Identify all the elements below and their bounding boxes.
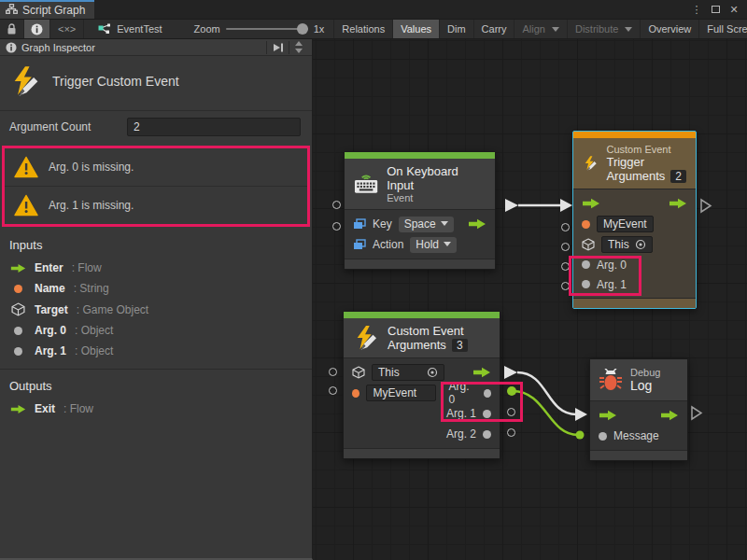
connection-arrowhead xyxy=(575,408,587,421)
port-keyboard-key[interactable] xyxy=(332,201,341,209)
flow-output-port[interactable] xyxy=(669,198,687,209)
target-field[interactable]: This xyxy=(601,236,653,253)
flow-continuation-icon xyxy=(701,200,711,212)
node-footer xyxy=(590,450,687,460)
node-footer xyxy=(345,259,495,269)
input-row-enter: EnterFlow xyxy=(0,258,312,278)
port-type: Game Object xyxy=(77,303,148,316)
output-row-exit: ExitFlow xyxy=(0,399,312,419)
action-dropdown[interactable]: Hold xyxy=(410,237,457,253)
node-subtitle: Custom Event xyxy=(606,144,686,155)
window-controls: ⋮ ✕ xyxy=(689,0,747,19)
graph-breadcrumb[interactable]: EventTest xyxy=(84,20,171,38)
value-port-icon[interactable] xyxy=(599,432,607,441)
port-type: Flow xyxy=(63,402,93,415)
string-port-icon[interactable] xyxy=(352,389,359,398)
node-debug-log[interactable]: Debug Log Message xyxy=(589,358,688,461)
argument-count-label: Argument Count xyxy=(9,120,120,133)
zoom-slider[interactable] xyxy=(226,28,308,30)
lock-button[interactable] xyxy=(0,20,24,38)
cube-icon[interactable] xyxy=(582,238,595,251)
inspector-title: Graph Inspector xyxy=(21,42,95,53)
argument-count-badge: 2 xyxy=(670,170,686,183)
distribute-button[interactable]: Distribute xyxy=(568,20,641,38)
graph-inspector-panel: Graph Inspector Trigger C xyxy=(0,39,313,560)
node-on-keyboard-input[interactable]: On Keyboard Input Event Key Space Acti xyxy=(344,151,496,270)
tab-script-graph[interactable]: Script Graph xyxy=(0,0,94,19)
port-keyboard-action[interactable] xyxy=(332,222,341,231)
node-title-line2: Arguments 2 xyxy=(606,169,686,183)
port-name: Arg. 0 xyxy=(35,324,66,337)
port-custom-target[interactable] xyxy=(329,368,337,376)
argument-count-input[interactable] xyxy=(127,118,301,136)
flow-input-port[interactable] xyxy=(599,410,617,421)
value-port-icon[interactable] xyxy=(483,430,491,439)
sitemap-icon xyxy=(6,4,18,17)
string-port-icon[interactable] xyxy=(582,220,590,229)
maximize-icon xyxy=(712,6,720,13)
graph-canvas[interactable]: On Keyboard Input Event Key Space Acti xyxy=(313,39,747,560)
port-type: Object xyxy=(75,344,113,357)
input-row-target: TargetGame Object xyxy=(0,299,312,320)
warning-text: Arg. 0 is missing. xyxy=(49,161,134,174)
port-trigger-name[interactable] xyxy=(561,223,570,231)
dock-panel-button[interactable] xyxy=(266,41,289,54)
port-custom-name[interactable] xyxy=(329,386,337,395)
port-trigger-target[interactable] xyxy=(561,243,570,251)
info-icon xyxy=(6,42,17,53)
window-menu-button[interactable]: ⋮ xyxy=(689,2,704,17)
maximize-button[interactable] xyxy=(708,2,723,17)
dropdown-arrow-icon xyxy=(552,27,559,32)
dock-icon xyxy=(272,43,284,52)
close-button[interactable]: ✕ xyxy=(726,2,741,17)
relations-button[interactable]: Relations xyxy=(334,20,393,38)
object-picker-icon[interactable] xyxy=(635,239,646,250)
key-dropdown[interactable]: Space xyxy=(399,217,454,232)
warning-icon xyxy=(14,156,38,178)
keyboard-icon xyxy=(354,174,378,194)
target-field[interactable]: This xyxy=(372,364,444,381)
port-name: Name xyxy=(35,282,65,295)
panel-spinner[interactable] xyxy=(289,39,308,55)
dropdown-arrow-icon xyxy=(625,27,632,32)
cube-icon[interactable] xyxy=(352,366,365,379)
full-screen-button[interactable]: Full Screen xyxy=(699,20,747,38)
object-picker-icon[interactable] xyxy=(427,367,438,378)
node-subtitle: Event xyxy=(387,192,486,203)
port-name: Arg. 1 xyxy=(35,344,66,357)
input-row-arg0: Arg. 0Object xyxy=(0,320,312,341)
flow-continuation-icon xyxy=(692,407,701,419)
node-title: Custom Event xyxy=(388,324,468,338)
unity-script-graph-window: Script Graph ⋮ ✕ <×> EventTest Zoom 1x R… xyxy=(0,0,747,560)
zoom-slider-knob[interactable] xyxy=(297,23,308,35)
flow-input-port[interactable] xyxy=(582,198,600,209)
dropdown-arrow-icon xyxy=(441,221,448,226)
carry-button[interactable]: Carry xyxy=(474,20,515,38)
dim-button[interactable]: Dim xyxy=(440,20,474,38)
connection-value-end xyxy=(576,431,585,440)
argument-count-row: Argument Count xyxy=(0,111,312,144)
spinner-up-icon xyxy=(295,41,303,46)
port-type: Flow xyxy=(72,261,102,274)
flow-output-port[interactable] xyxy=(660,410,679,421)
node-color-bar xyxy=(573,132,696,138)
selected-unit-header: Trigger Custom Event xyxy=(0,56,312,111)
value-port-icon xyxy=(9,285,26,293)
arg-label: Arg. 2 xyxy=(446,427,476,441)
port-custom-arg2[interactable] xyxy=(507,428,515,437)
connection-source-arrow xyxy=(504,366,517,379)
flow-output-port[interactable] xyxy=(468,218,486,230)
align-button[interactable]: Align xyxy=(514,20,567,38)
flow-output-port[interactable] xyxy=(472,367,491,378)
warning-arg1: Arg. 1 is missing. xyxy=(5,186,307,224)
overview-button[interactable]: Overview xyxy=(641,20,699,38)
values-button[interactable]: Values xyxy=(393,20,440,38)
code-view-button[interactable]: <×> xyxy=(50,20,84,38)
inspector-header: Graph Inspector xyxy=(0,39,312,56)
event-name-field[interactable]: MyEvent xyxy=(597,216,654,232)
custom-event-icon xyxy=(353,325,379,351)
inspector-toggle-button[interactable] xyxy=(24,20,50,38)
node-title: On Keyboard Input xyxy=(387,164,486,192)
key-label: Key xyxy=(373,217,392,231)
event-name-field[interactable]: MyEvent xyxy=(366,385,435,401)
